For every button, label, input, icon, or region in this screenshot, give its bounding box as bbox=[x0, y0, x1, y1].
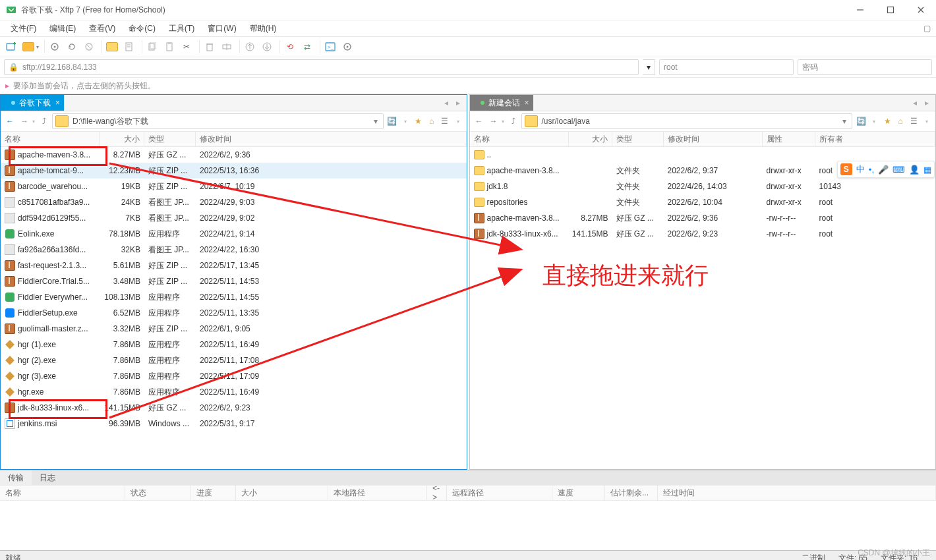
list-item[interactable]: ddf5942d6129f55...7KB看图王 JP...2022/4/29,… bbox=[1, 210, 467, 226]
list-item[interactable]: apache-tomcat-9...12.23MB好压 ZIP ...2022/… bbox=[1, 163, 467, 179]
bookmark-icon[interactable]: ★ bbox=[413, 115, 424, 127]
tcol-speed[interactable]: 速度 bbox=[552, 486, 605, 500]
address-dropdown[interactable]: ▾ bbox=[643, 59, 655, 75]
tab-transfer[interactable]: 传输 bbox=[0, 470, 32, 485]
menu-file[interactable]: 文件(F) bbox=[4, 23, 43, 34]
right-tab[interactable]: 新建会话 × bbox=[470, 95, 533, 111]
menu-commands[interactable]: 命令(C) bbox=[122, 23, 162, 34]
sogou-keyboard-icon[interactable]: ⌨ bbox=[892, 165, 905, 175]
list-item[interactable]: fast-request-2.1.3...5.61MB好压 ZIP ...202… bbox=[1, 258, 467, 273]
tab-next-icon[interactable]: ▸ bbox=[452, 96, 464, 109]
tab-log[interactable]: 日志 bbox=[32, 470, 63, 485]
upload-icon[interactable] bbox=[243, 40, 257, 54]
col-type[interactable]: 类型 bbox=[612, 132, 664, 146]
list-mode-icon[interactable]: ☰ bbox=[439, 115, 451, 127]
paste-icon[interactable] bbox=[162, 40, 177, 54]
sogou-punct-icon[interactable]: •, bbox=[869, 165, 874, 175]
open-icon[interactable] bbox=[21, 40, 36, 54]
transfer-list[interactable] bbox=[0, 501, 936, 550]
list-item[interactable]: fa926a266a136fd...32KB看图王 JP...2022/4/22… bbox=[1, 242, 467, 258]
menu-window[interactable]: 窗口(W) bbox=[201, 23, 243, 34]
list-item[interactable]: Fiddler Everywher...108.13MB应用程序2022/5/1… bbox=[1, 289, 467, 305]
col-size[interactable]: 大小 bbox=[569, 132, 612, 146]
left-list-header[interactable]: 名称 大小 类型 修改时间 bbox=[1, 132, 467, 147]
password-input[interactable]: 密码 bbox=[798, 59, 932, 75]
left-path-input[interactable]: D:\file-wang\谷歌下载 ▾ bbox=[52, 113, 384, 129]
restore-small-button[interactable]: ▢ bbox=[921, 24, 932, 33]
rename-icon[interactable] bbox=[219, 40, 234, 54]
properties-icon[interactable] bbox=[122, 40, 136, 54]
list-item[interactable]: c8517081afbaf3a9...24KB看图王 JP...2022/4/2… bbox=[1, 194, 467, 210]
tab-prev-icon[interactable]: ◂ bbox=[440, 96, 452, 109]
menu-help[interactable]: 帮助(H) bbox=[243, 23, 283, 34]
list-mode-icon[interactable]: ☰ bbox=[908, 115, 920, 127]
list-item[interactable]: guolimall-master.z...3.32MB好压 ZIP ...202… bbox=[1, 321, 467, 337]
list-item[interactable]: hgr.exe7.86MB应用程序2022/5/11, 16:49 bbox=[1, 384, 467, 400]
home-icon[interactable]: ⌂ bbox=[894, 115, 906, 127]
menu-view[interactable]: 查看(V) bbox=[82, 23, 122, 34]
list-item[interactable]: Eolink.exe78.18MB应用程序2022/4/21, 9:14 bbox=[1, 226, 467, 242]
maximize-button[interactable] bbox=[875, 0, 906, 20]
username-input[interactable]: root bbox=[659, 59, 794, 75]
list-item[interactable]: FiddlerSetup.exe6.52MB应用程序2022/5/11, 13:… bbox=[1, 305, 467, 321]
list-item[interactable]: jdk-8u333-linux-x6...141.15MB好压 GZ ...20… bbox=[470, 226, 936, 242]
path-dropdown-icon[interactable]: ▾ bbox=[371, 117, 380, 126]
list-item[interactable]: jenkins.msi96.39MBWindows ...2022/5/31, … bbox=[1, 416, 467, 432]
sogou-user-icon[interactable]: 👤 bbox=[909, 165, 920, 175]
list-item[interactable]: jdk-8u333-linux-x6...141.15MB好压 GZ ...20… bbox=[1, 400, 467, 416]
tab-next-icon[interactable]: ▸ bbox=[921, 96, 933, 109]
right-path-input[interactable]: /usr/local/java ▾ bbox=[521, 113, 853, 129]
cut-icon[interactable]: ✂ bbox=[179, 40, 194, 54]
tcol-eta[interactable]: 估计剩余... bbox=[605, 486, 658, 500]
bookmark-icon[interactable]: ★ bbox=[881, 115, 893, 127]
back-button[interactable]: ← bbox=[3, 115, 16, 128]
connect-icon[interactable] bbox=[47, 40, 62, 54]
transfer-header[interactable]: 名称 状态 进度 大小 本地路径 <-> 远程路径 速度 估计剩余... 经过时… bbox=[0, 485, 936, 501]
refresh-icon[interactable]: 🔄 bbox=[386, 115, 398, 127]
menu-edit[interactable]: 编辑(E) bbox=[43, 23, 82, 34]
col-type[interactable]: 类型 bbox=[144, 132, 196, 146]
up-button[interactable]: ⤴ bbox=[507, 115, 520, 128]
back-button[interactable]: ← bbox=[473, 115, 486, 128]
disconnect-icon[interactable] bbox=[82, 40, 96, 54]
sogou-mic-icon[interactable]: 🎤 bbox=[878, 165, 889, 175]
new-folder-icon[interactable] bbox=[105, 40, 119, 54]
dropdown-icon[interactable]: ▾ bbox=[36, 44, 39, 50]
path-dropdown-icon[interactable]: ▾ bbox=[840, 117, 849, 126]
list-item[interactable]: apache-maven-3.8...8.27MB好压 GZ ...2022/6… bbox=[470, 210, 936, 226]
minimize-button[interactable] bbox=[845, 0, 875, 20]
left-file-list[interactable]: 名称 大小 类型 修改时间 apache-maven-3.8...8.27MB好… bbox=[1, 132, 467, 469]
list-item[interactable]: FiddlerCore.Trial.5...3.48MB好压 ZIP ...20… bbox=[1, 273, 467, 289]
sogou-ime-toolbar[interactable]: S 中 •, 🎤 ⌨ 👤 ▦ bbox=[837, 161, 935, 178]
new-session-icon[interactable] bbox=[4, 40, 18, 54]
right-file-list[interactable]: 名称 大小 类型 修改时间 属性 所有者 ..apache-maven-3.8.… bbox=[470, 132, 936, 469]
list-item[interactable]: hgr (2).exe7.86MB应用程序2022/5/11, 17:08 bbox=[1, 352, 467, 368]
tcol-status[interactable]: 状态 bbox=[125, 486, 191, 500]
col-date[interactable]: 修改时间 bbox=[196, 132, 467, 146]
list-item[interactable]: apache-maven-3.8...8.27MB好压 GZ ...2022/6… bbox=[1, 147, 467, 163]
tcol-local[interactable]: 本地路径 bbox=[328, 486, 427, 500]
col-name[interactable]: 名称 bbox=[470, 132, 569, 146]
col-owner[interactable]: 所有者 bbox=[815, 132, 936, 146]
menu-tools[interactable]: 工具(T) bbox=[162, 23, 201, 34]
tcol-arrow[interactable]: <-> bbox=[427, 486, 447, 500]
tcol-name[interactable]: 名称 bbox=[0, 486, 125, 500]
tcol-elapsed[interactable]: 经过时间 bbox=[658, 486, 936, 500]
tcol-progress[interactable]: 进度 bbox=[191, 486, 236, 500]
address-input[interactable]: 🔒 sftp://192.168.84.133 bbox=[4, 59, 639, 75]
close-button[interactable] bbox=[906, 0, 936, 20]
refresh-icon[interactable]: 🔄 bbox=[855, 115, 867, 127]
forward-button[interactable]: → bbox=[487, 115, 500, 128]
list-item[interactable]: jdk1.8文件夹2022/4/26, 14:03drwxr-xr-x10143 bbox=[470, 179, 936, 194]
reconnect-icon[interactable] bbox=[65, 40, 79, 54]
close-tab-icon[interactable]: × bbox=[524, 98, 529, 107]
list-item[interactable]: hgr (3).exe7.86MB应用程序2022/5/11, 17:09 bbox=[1, 368, 467, 384]
compare-icon[interactable]: ⇄ bbox=[300, 40, 314, 54]
home-icon[interactable]: ⌂ bbox=[426, 115, 438, 127]
col-name[interactable]: 名称 bbox=[1, 132, 100, 146]
download-icon[interactable] bbox=[260, 40, 274, 54]
tab-prev-icon[interactable]: ◂ bbox=[909, 96, 921, 109]
sogou-lang[interactable]: 中 bbox=[856, 163, 865, 175]
forward-button[interactable]: → bbox=[18, 115, 31, 128]
terminal-icon[interactable]: >_ bbox=[323, 40, 337, 54]
